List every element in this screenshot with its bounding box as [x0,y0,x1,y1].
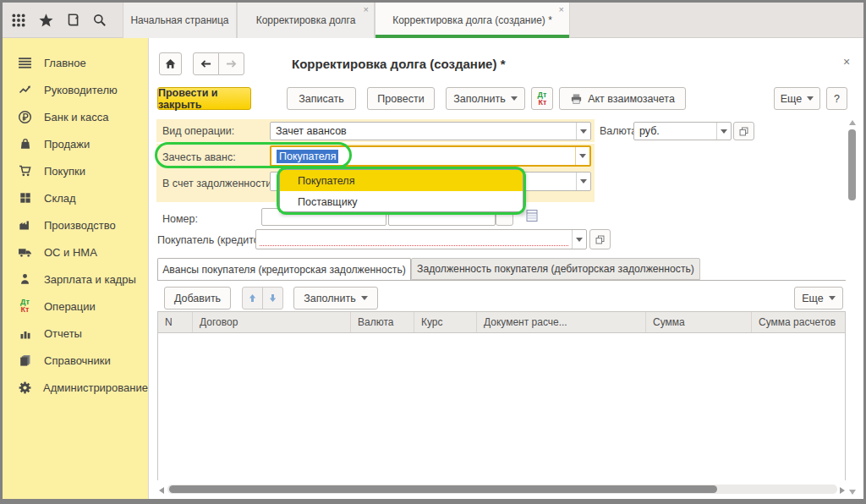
favorites-star-icon[interactable] [36,10,56,30]
post-button[interactable]: Провести [367,87,435,110]
sidebar-item-main[interactable]: Главное [3,49,148,76]
sidebar-item-references[interactable]: Справочники [3,347,148,374]
customer-open-button[interactable] [589,229,611,249]
books-icon [17,353,33,368]
netting-act-button[interactable]: Акт взаимозачета [559,87,686,110]
column-header-settlement-doc[interactable]: Документ расче... [477,312,646,332]
search-icon[interactable] [90,10,110,30]
dropdown-caret-icon[interactable] [576,123,590,140]
sidebar-item-bank-cash[interactable]: Банк и касса [3,103,148,130]
currency-field[interactable]: руб. [633,122,732,140]
sidebar-item-sales[interactable]: Продажи [3,130,148,157]
dropdown-option-customer[interactable]: Покупателя [280,170,523,191]
debt-label: В счет задолженности: [162,178,275,189]
table-header-row: N Договор Валюта Курс Документ расче... … [158,312,845,333]
hscroll-left-arrow-icon[interactable] [159,487,164,494]
sidebar-item-operations[interactable]: ДтКт Операции [3,293,148,320]
chevron-down-icon [511,96,518,101]
tab-home[interactable]: Начальная страница [123,3,237,38]
person-icon [17,272,33,287]
open-in-window-icon [595,234,606,245]
form-close-icon[interactable]: × [843,56,850,68]
report-icon [17,326,33,341]
add-row-button[interactable]: Добавить [164,287,231,310]
tab-label: Начальная страница [130,14,228,26]
open-in-window-icon [738,126,749,137]
sidebar-item-warehouse[interactable]: Склад [3,184,148,211]
tab-debt-correction-new[interactable]: Корректировка долга (создание) * × [375,3,570,38]
currency-open-button[interactable] [733,122,754,140]
sidebar-item-label: Склад [44,192,76,205]
table-more-button[interactable]: Еще [794,287,843,310]
tab-close-icon[interactable]: × [559,5,564,14]
column-header-n[interactable]: N [158,312,193,332]
column-header-amount[interactable]: Сумма [646,312,752,332]
vertical-scrollbar-thumb[interactable] [848,129,856,200]
customer-field[interactable] [255,229,587,249]
table-fill-button[interactable]: Заполнить [293,287,378,310]
warehouse-icon [17,191,33,205]
calendar-icon[interactable] [526,209,538,226]
vscroll-down-arrow-icon[interactable] [849,490,856,495]
column-header-contract[interactable]: Договор [193,312,351,332]
sidebar-item-manager[interactable]: Руководителю [3,76,148,103]
tab-debt-correction-list[interactable]: Корректировка долга × [237,3,375,38]
advance-dropdown-popup: Покупателя Поставщику [279,169,523,212]
sidebar-item-fixed-assets[interactable]: ОС и НМА [3,238,148,266]
ruble-icon [17,110,33,124]
sidebar-item-production[interactable]: Производство [3,211,148,238]
sidebar-item-label: Операции [44,300,96,313]
sidebar-item-label: ОС и НМА [44,246,97,259]
dropdown-caret-icon[interactable] [572,230,586,249]
column-header-settlement-amount[interactable]: Сумма расчетов [752,312,845,332]
forward-button[interactable] [218,52,244,75]
column-header-currency[interactable]: Валюта [351,312,414,332]
advance-field[interactable]: Покупателя [270,145,591,167]
vertical-scrollbar[interactable] [848,128,856,487]
menu-grid-icon[interactable] [8,10,29,30]
sidebar-item-payroll-hr[interactable]: Зарплата и кадры [3,266,148,293]
home-button[interactable] [159,52,182,75]
dropdown-caret-icon[interactable] [716,123,731,140]
back-button[interactable] [193,52,219,75]
sidebar-nav: Главное Руководителю Банк и касса Продаж… [3,38,148,499]
chevron-down-icon [807,96,814,101]
section-tabs-baseline [157,280,846,281]
horizontal-scrollbar[interactable] [167,485,837,494]
active-tab-indicator [375,35,569,38]
save-button[interactable]: Записать [287,87,356,110]
sidebar-item-purchases[interactable]: Покупки [3,157,148,184]
dtkt-icon: ДтКт [17,299,33,314]
vscroll-up-arrow-icon[interactable] [849,120,856,125]
horizontal-scrollbar-thumb[interactable] [169,485,717,493]
sidebar-item-label: Главное [44,57,86,69]
sidebar-divider [148,38,149,499]
history-scroll-icon[interactable] [63,10,83,30]
fill-button[interactable]: Заполнить [446,87,525,110]
top-toolbar: Начальная страница Корректировка долга ×… [3,3,863,38]
more-button[interactable]: Еще [774,87,820,110]
dtkt-postings-button[interactable]: ДтКт [531,87,553,110]
printer-icon [570,93,583,105]
tab-close-icon[interactable]: × [364,5,369,14]
arrow-left-icon [200,58,212,69]
dropdown-caret-icon[interactable] [576,173,590,190]
hscroll-right-arrow-icon[interactable] [840,487,845,494]
move-down-button[interactable] [262,287,283,310]
sidebar-item-reports[interactable]: Отчеты [3,320,148,347]
menu-lines-icon [17,56,33,70]
move-up-button[interactable] [242,287,263,310]
page-title: Корректировка долга (создание) * [292,57,505,71]
sidebar-item-administration[interactable]: Администрирование [3,374,148,401]
sidebar-item-label: Отчеты [44,327,82,340]
help-button[interactable]: ? [826,87,847,110]
dropdown-caret-icon[interactable] [575,147,589,165]
sidebar-item-label: Руководителю [44,84,118,96]
dropdown-option-supplier[interactable]: Поставщику [280,191,523,212]
column-header-rate[interactable]: Курс [414,312,477,332]
tab-customer-debt[interactable]: Задолженность покупателя (дебиторская за… [411,258,700,280]
operation-type-field[interactable]: Зачет авансов [270,122,591,140]
post-and-close-button[interactable]: Провести и закрыть [157,87,251,110]
arrow-down-icon [267,293,278,304]
tab-customer-advances[interactable]: Авансы покупателя (кредиторская задолжен… [157,258,411,280]
